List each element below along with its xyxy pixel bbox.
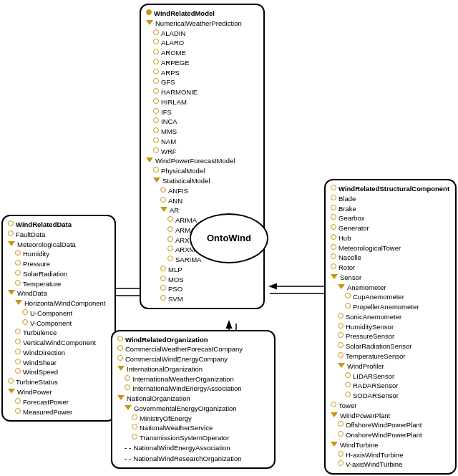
node-label: ALARO (161, 38, 184, 48)
list-item: NationalOrganization (117, 394, 269, 404)
node-label: GovernmentalEnergyOrganization (134, 404, 237, 414)
node-label: SonicAnemometer (346, 312, 401, 322)
node-label: SODARSensor (353, 391, 399, 401)
bullet-icon (153, 127, 159, 133)
node-label: Humidity (23, 249, 49, 259)
node-label: WindTurbine (340, 440, 379, 450)
bullet-icon (15, 408, 21, 414)
list-item: InternationalWeatherOrganization (125, 374, 269, 384)
node-label: MinistryOfEnergy (140, 414, 192, 424)
bullet-icon (132, 434, 137, 439)
node-label: V-Component (30, 319, 72, 329)
node-label: PropellerAnemometer (353, 302, 419, 312)
triangle-icon (125, 405, 132, 410)
node-label: GFS (161, 77, 175, 87)
bullet-icon (15, 250, 21, 256)
node-label: Turbulence (23, 328, 57, 338)
node-label: WindSpeed (23, 367, 58, 377)
list-item: AROME (153, 48, 258, 58)
list-item: HARMONIE (153, 87, 258, 97)
left-box: WindRelatedDataFaultDataMeteorologicalDa… (1, 215, 116, 422)
node-label: WindPower (17, 387, 52, 397)
list-item: StatisticalModel (153, 176, 258, 186)
list-item: Hub (331, 233, 450, 243)
bullet-icon (338, 313, 344, 319)
node-label: Blade (338, 194, 356, 204)
node-label: HorizontalWindComponent (24, 298, 106, 309)
list-item: WindRelatedStructuralComponent (331, 184, 450, 194)
bullet-icon (125, 375, 130, 381)
triangle-icon (153, 178, 160, 183)
list-item: Humidity (15, 249, 109, 259)
list-item: OffshoreWindPowerPlant (338, 420, 450, 430)
main-canvas: OntoWind WindRelatedModelNumericalWeathe… (0, 0, 458, 476)
list-item: NumericalWeatherPrediction (146, 19, 258, 29)
bullet-icon (331, 195, 336, 200)
top-box: WindRelatedModelNumericalWeatherPredicti… (140, 4, 265, 309)
center-label: OntoWind (207, 233, 251, 243)
list-item: SolarRadiation (15, 269, 109, 279)
list-item: Turbulence (15, 328, 109, 338)
bullet-icon (15, 329, 21, 334)
node-label: NumericalWeatherPrediction (155, 19, 242, 29)
bullet-icon (153, 39, 159, 44)
triangle-icon (117, 395, 125, 400)
list-item: ANN (160, 196, 258, 206)
list-item: Anemometer (338, 283, 450, 293)
list-item: GFS (153, 77, 258, 87)
bullet-icon (331, 185, 336, 190)
node-label: MOS (168, 275, 184, 285)
bullet-icon (15, 398, 21, 404)
list-item: WindRelatedOrganization (117, 335, 269, 345)
bullet-icon (153, 78, 159, 84)
node-label: ALADIN (161, 29, 185, 39)
node-label: ANFIS (168, 186, 188, 196)
list-item: TurbineStatus (8, 377, 109, 387)
node-label: PSO (168, 284, 182, 294)
node-label: WindData (17, 288, 47, 298)
list-item: WindShear (15, 358, 109, 368)
node-label: WindRelatedStructuralComponent (338, 184, 449, 194)
list-item: H-axisWindTurbine (338, 450, 450, 460)
node-label: SARIMA (175, 255, 201, 265)
node-label: TemperatureSensor (346, 351, 405, 361)
node-label: SolarRadiationSensor (346, 341, 411, 351)
node-label: INCA (161, 117, 177, 127)
list-item: WindPowerPlant (331, 411, 450, 421)
node-label: NAM (161, 137, 176, 147)
bullet-icon (167, 236, 173, 242)
list-item: V-Component (22, 319, 109, 329)
node-label: RADARSensor (353, 381, 398, 391)
tree-root-top: WindRelatedModel (146, 9, 258, 19)
bullet-icon (345, 303, 351, 309)
list-item: V-axisWindTurbine (338, 460, 450, 470)
bullet-icon (338, 352, 344, 358)
bullet-icon (15, 339, 21, 344)
bullet-icon (160, 266, 166, 271)
list-item: MeasuredPower (15, 407, 109, 417)
node-label: AROME (161, 48, 186, 58)
right-box: WindRelatedStructuralComponentBladeBrake… (324, 179, 457, 475)
list-item: PressureSensor (338, 331, 450, 341)
triangle-icon (160, 207, 167, 212)
node-label: ARIMA (175, 215, 197, 225)
node-label: WindShear (23, 358, 57, 368)
bullet-icon (160, 295, 166, 301)
bullet-icon (15, 260, 21, 266)
bullet-icon (331, 234, 336, 240)
node-label: MeasuredPower (23, 407, 72, 417)
list-item: SODARSensor (345, 391, 450, 401)
list-item: ANFIS (160, 186, 258, 196)
list-item: Gearbox (331, 213, 450, 223)
bullet-icon (338, 451, 344, 457)
list-item: WindProfiler (338, 361, 450, 371)
list-item: WindRelatedData (8, 220, 109, 230)
bullet-icon (160, 187, 166, 193)
triangle-icon (15, 300, 22, 305)
bullet-icon (8, 230, 14, 236)
node-label: SVM (168, 294, 183, 304)
node-label: U-Component (30, 309, 72, 319)
node-label: OnshoreWindPowerPlant (346, 430, 422, 440)
node-label: Pressure (23, 259, 50, 269)
node-label: NationalWindEnergyAssociation (133, 443, 230, 453)
